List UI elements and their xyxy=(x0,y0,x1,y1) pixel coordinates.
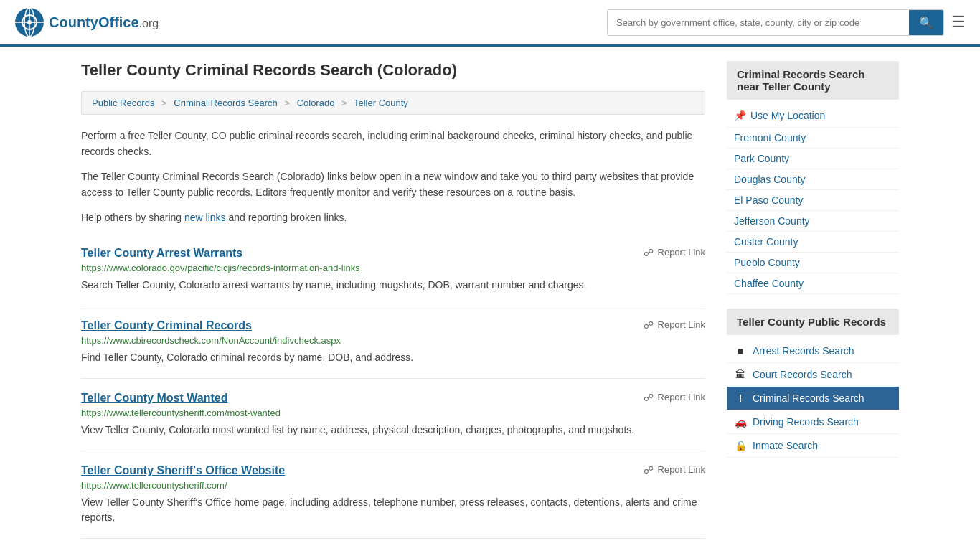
sidebar-records-inmate[interactable]: 🔒 Inmate Search xyxy=(727,434,899,458)
result-url-2: https://www.tellercountysheriff.com/most… xyxy=(81,408,705,418)
result-desc-0: Search Teller County, Colorado arrest wa… xyxy=(81,278,705,293)
header: CountyOffice.org 🔍 ☰ xyxy=(0,0,980,47)
new-links-link[interactable]: new links xyxy=(184,212,226,223)
result-item-3: Teller County Sheriff's Office Website ☍… xyxy=(81,451,705,539)
inmate-icon: 🔒 xyxy=(734,440,747,451)
result-desc-3: View Teller County Sheriff's Office home… xyxy=(81,495,705,525)
result-title-1[interactable]: Teller County Criminal Records xyxy=(81,319,252,332)
sidebar-item-elpaso[interactable]: El Paso County xyxy=(727,190,899,211)
result-url-0: https://www.colorado.gov/pacific/cicjis/… xyxy=(81,263,705,273)
svg-point-5 xyxy=(27,20,32,24)
sidebar-item-fremont[interactable]: Fremont County xyxy=(727,128,899,149)
criminal-icon: ! xyxy=(734,392,747,404)
description-1: Perform a free Teller County, CO public … xyxy=(81,128,705,160)
sidebar: Criminal Records Search near Teller Coun… xyxy=(727,61,899,539)
main-container: Teller County Criminal Records Search (C… xyxy=(67,47,913,551)
driving-icon: 🚗 xyxy=(734,416,747,428)
report-link-3[interactable]: ☍ Report Link xyxy=(644,464,705,476)
hamburger-menu-icon[interactable]: ☰ xyxy=(951,13,966,32)
arrest-icon: ■ xyxy=(734,345,747,357)
sidebar-public-records-section: Teller County Public Records ■ Arrest Re… xyxy=(727,309,899,458)
description-section: Perform a free Teller County, CO public … xyxy=(81,128,705,225)
logo-area: CountyOffice.org xyxy=(14,7,159,37)
search-button[interactable]: 🔍 xyxy=(909,10,943,35)
sidebar-nearby-header: Criminal Records Search near Teller Coun… xyxy=(727,61,899,100)
sidebar-use-location[interactable]: 📌 Use My Location xyxy=(727,104,899,128)
breadcrumb-colorado[interactable]: Colorado xyxy=(297,98,335,108)
result-url-1: https://www.cbirecordscheck.com/NonAccou… xyxy=(81,335,705,346)
search-bar: 🔍 xyxy=(607,9,944,36)
report-link-icon-3: ☍ xyxy=(644,464,654,476)
breadcrumb-criminal-records-search[interactable]: Criminal Records Search xyxy=(174,98,278,108)
report-link-0[interactable]: ☍ Report Link xyxy=(644,247,705,258)
sidebar-public-records-header: Teller County Public Records xyxy=(727,309,899,335)
results-list: Teller County Arrest Warrants ☍ Report L… xyxy=(81,234,705,539)
sidebar-item-douglas[interactable]: Douglas County xyxy=(727,169,899,190)
header-right: 🔍 ☰ xyxy=(607,9,966,36)
sidebar-item-park[interactable]: Park County xyxy=(727,149,899,169)
report-link-icon-0: ☍ xyxy=(644,247,654,258)
sidebar-item-custer[interactable]: Custer County xyxy=(727,232,899,253)
result-item-0: Teller County Arrest Warrants ☍ Report L… xyxy=(81,234,705,306)
sidebar-nearby-list: 📌 Use My Location Fremont County Park Co… xyxy=(727,104,899,294)
result-url-3: https://www.tellercountysheriff.com/ xyxy=(81,480,705,491)
result-desc-2: View Teller County, Colorado most wanted… xyxy=(81,423,705,438)
description-2: The Teller County Criminal Records Searc… xyxy=(81,169,705,201)
sidebar-records-arrest[interactable]: ■ Arrest Records Search xyxy=(727,339,899,363)
result-item-1: Teller County Criminal Records ☍ Report … xyxy=(81,306,705,379)
result-desc-1: Find Teller County, Colorado criminal re… xyxy=(81,350,705,365)
page-title: Teller County Criminal Records Search (C… xyxy=(81,61,705,80)
logo-icon xyxy=(14,7,44,37)
report-link-icon-2: ☍ xyxy=(644,392,654,403)
report-link-2[interactable]: ☍ Report Link xyxy=(644,392,705,403)
main-content: Teller County Criminal Records Search (C… xyxy=(81,61,705,539)
location-pin-icon: 📌 xyxy=(734,110,746,121)
result-title-2[interactable]: Teller County Most Wanted xyxy=(81,392,227,405)
court-icon: 🏛 xyxy=(734,369,747,380)
sidebar-item-pueblo[interactable]: Pueblo County xyxy=(727,253,899,273)
description-3: Help others by sharing new links and rep… xyxy=(81,209,705,225)
result-title-3[interactable]: Teller County Sheriff's Office Website xyxy=(81,464,285,477)
sidebar-item-chaffee[interactable]: Chaffee County xyxy=(727,273,899,294)
sidebar-records-court[interactable]: 🏛 Court Records Search xyxy=(727,363,899,387)
breadcrumb-teller-county[interactable]: Teller County xyxy=(354,98,408,108)
sidebar-records-driving[interactable]: 🚗 Driving Records Search xyxy=(727,410,899,434)
sidebar-records-list: ■ Arrest Records Search 🏛 Court Records … xyxy=(727,339,899,458)
sidebar-records-criminal[interactable]: ! Criminal Records Search xyxy=(727,387,899,410)
sidebar-nearby-section: Criminal Records Search near Teller Coun… xyxy=(727,61,899,294)
report-link-icon-1: ☍ xyxy=(644,319,654,331)
breadcrumb: Public Records > Criminal Records Search… xyxy=(81,91,705,115)
search-input[interactable] xyxy=(608,11,909,34)
sidebar-item-jefferson[interactable]: Jefferson County xyxy=(727,211,899,232)
logo-text: CountyOffice.org xyxy=(49,14,159,31)
use-location-link[interactable]: Use My Location xyxy=(750,110,825,121)
result-title-0[interactable]: Teller County Arrest Warrants xyxy=(81,247,242,260)
report-link-1[interactable]: ☍ Report Link xyxy=(644,319,705,331)
result-item-2: Teller County Most Wanted ☍ Report Link … xyxy=(81,379,705,451)
breadcrumb-public-records[interactable]: Public Records xyxy=(92,98,154,108)
